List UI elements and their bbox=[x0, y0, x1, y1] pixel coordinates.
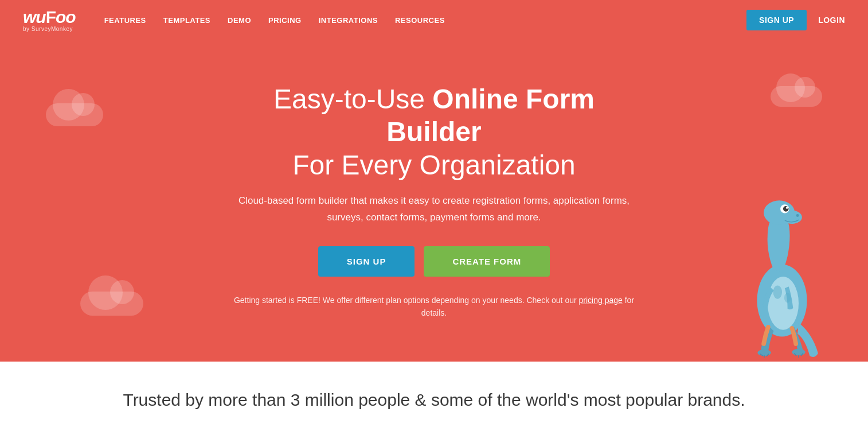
nav-link-integrations[interactable]: INTEGRATIONS bbox=[319, 16, 378, 25]
svg-point-9 bbox=[792, 349, 805, 356]
nav-login-button[interactable]: LOGIN bbox=[818, 15, 845, 25]
cloud-3 bbox=[771, 86, 822, 107]
nav-links: FEATURES TEMPLATES DEMO PRICING INTEGRAT… bbox=[104, 16, 445, 25]
nav-right: SIGN UP LOGIN bbox=[746, 10, 845, 30]
hero-note: Getting started is FREE! We offer differ… bbox=[233, 294, 635, 320]
hero-note-text: Getting started is FREE! We offer differ… bbox=[234, 296, 579, 305]
dinosaur-illustration bbox=[730, 189, 834, 362]
svg-point-4 bbox=[783, 206, 789, 212]
svg-point-7 bbox=[768, 277, 799, 330]
cloud-1 bbox=[46, 103, 103, 126]
bottom-heading: Trusted by more than 3 million people & … bbox=[23, 390, 845, 410]
hero-buttons: SIGN UP CREATE FORM bbox=[233, 246, 635, 277]
nav-signup-button[interactable]: SIGN UP bbox=[746, 10, 807, 30]
nav-link-demo[interactable]: DEMO bbox=[228, 16, 251, 25]
hero-title: Easy-to-Use Online Form Builder For Ever… bbox=[233, 83, 635, 182]
svg-point-5 bbox=[786, 207, 788, 209]
svg-point-10 bbox=[773, 285, 782, 298]
logo-sub: by SurveyMonkey bbox=[23, 26, 73, 32]
cloud-2 bbox=[80, 292, 143, 316]
nav-left: wuFoo by SurveyMonkey FEATURES TEMPLATES… bbox=[23, 9, 445, 32]
logo-text: wuFoo bbox=[23, 9, 76, 26]
dino-svg bbox=[730, 189, 834, 362]
hero-section: Easy-to-Use Online Form Builder For Ever… bbox=[0, 40, 868, 362]
hero-subtitle: Cloud-based form builder that makes it e… bbox=[233, 193, 635, 225]
nav-link-pricing[interactable]: PRICING bbox=[268, 16, 302, 25]
navigation: wuFoo by SurveyMonkey FEATURES TEMPLATES… bbox=[0, 0, 868, 40]
nav-link-features[interactable]: FEATURES bbox=[104, 16, 146, 25]
logo: wuFoo by SurveyMonkey bbox=[23, 9, 76, 32]
hero-pricing-link[interactable]: pricing page bbox=[579, 296, 623, 305]
hero-content: Easy-to-Use Online Form Builder For Ever… bbox=[233, 83, 635, 320]
svg-point-11 bbox=[784, 293, 791, 302]
hero-title-part2: For Every Organization bbox=[292, 150, 576, 180]
nav-link-resources[interactable]: RESOURCES bbox=[395, 16, 445, 25]
bottom-section: Trusted by more than 3 million people & … bbox=[0, 362, 868, 427]
svg-point-6 bbox=[796, 214, 799, 217]
hero-create-form-button[interactable]: CREATE FORM bbox=[424, 246, 550, 277]
nav-link-templates[interactable]: TEMPLATES bbox=[163, 16, 210, 25]
hero-title-part1: Easy-to-Use bbox=[273, 84, 432, 114]
hero-signup-button[interactable]: SIGN UP bbox=[318, 246, 415, 277]
